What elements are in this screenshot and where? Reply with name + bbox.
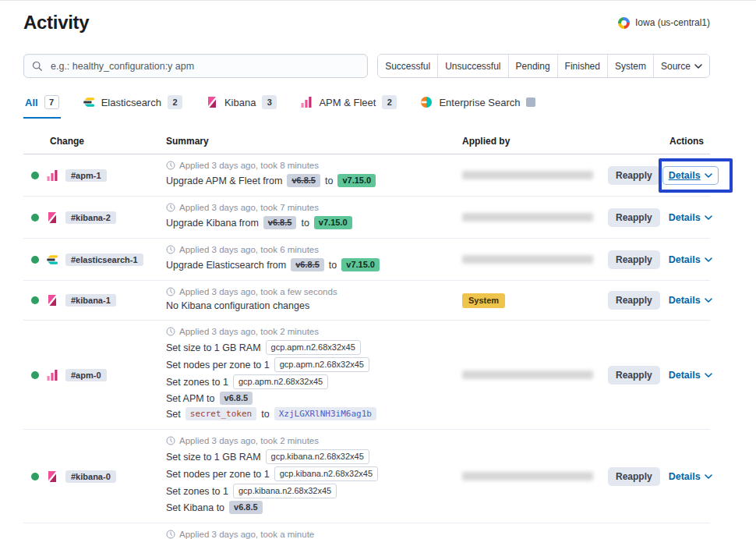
filter-button-system[interactable]: System	[608, 55, 654, 77]
reapply-button[interactable]: Reapply	[608, 250, 660, 269]
region-selector[interactable]: Iowa (us-central1)	[618, 17, 710, 29]
applied-by-cell	[456, 255, 608, 264]
clock-icon	[166, 245, 175, 254]
reapply-button[interactable]: Reapply	[608, 291, 660, 310]
actions-cell: ReapplyDetails	[608, 467, 719, 486]
tab-label: Elasticsearch	[101, 97, 161, 108]
details-wrap: Details	[669, 370, 712, 381]
table-header: Change Summary Applied by Actions	[23, 131, 710, 154]
filter-button-unsuccessful[interactable]: Unsuccessful	[438, 55, 508, 77]
activity-row: #kibana-1Applied 3 days ago, took a few …	[23, 281, 710, 321]
tab-all[interactable]: All7	[23, 95, 61, 119]
column-header-summary: Summary	[160, 136, 456, 147]
summary-badge: v7.15.0	[337, 174, 376, 187]
details-wrap: Details	[669, 295, 712, 306]
activity-page: Activity Iowa (us-central1) SuccessfulUn…	[23, 1, 710, 539]
summary-cell: Applied 3 days ago, took 2 minutesSet si…	[160, 321, 456, 429]
elasticsearch-icon	[46, 254, 58, 266]
summary-cell: Applied 3 days ago, took a minuteSet siz…	[160, 523, 456, 539]
chevron-down-icon	[705, 215, 712, 220]
change-cell: #apm-1	[23, 169, 160, 182]
applied-time-text: Applied 3 days ago, took 6 minutes	[179, 245, 319, 254]
summary-badge: gcp.kibana.n2.68x32x45	[274, 466, 378, 481]
activity-row: #elasticsearch-1Applied 3 days ago, took…	[23, 239, 710, 281]
filter-group: SuccessfulUnsuccessfulPendingFinishedSys…	[377, 54, 710, 78]
actions-cell: ReapplyDetails	[608, 208, 719, 227]
summary-text: Set	[166, 409, 181, 420]
summary-line: Set nodes per zone to 1gcp.apm.n2.68x32x…	[166, 357, 450, 372]
activity-row: #kibana-2Applied 3 days ago, took 7 minu…	[23, 197, 710, 239]
details-button[interactable]: Details	[663, 167, 718, 184]
change-id-badge: #kibana-1	[65, 294, 116, 307]
filter-label: Pending	[516, 61, 550, 72]
reapply-button[interactable]: Reapply	[608, 208, 660, 227]
details-label: Details	[669, 295, 701, 306]
status-dot	[31, 473, 39, 480]
clock-icon	[166, 530, 175, 539]
details-label: Details	[669, 170, 701, 181]
activity-row: #apm-1Applied 3 days ago, took 8 minutes…	[23, 154, 710, 197]
system-badge: System	[462, 293, 505, 308]
tab-count-badge: 2	[382, 95, 397, 109]
change-id-badge: #elasticsearch-1	[65, 254, 143, 266]
change-cell: #elasticsearch-1	[23, 254, 160, 266]
reapply-button[interactable]: Reapply	[608, 366, 660, 385]
activity-table: Change Summary Applied by Actions #apm-1…	[23, 131, 710, 539]
filter-button-pending[interactable]: Pending	[509, 55, 558, 77]
redacted-user	[462, 255, 593, 264]
details-wrap: Details	[669, 170, 712, 181]
change-cell: #kibana-2	[23, 211, 160, 224]
actions-cell: ReapplyDetails	[608, 250, 719, 269]
summary-badge: v7.15.0	[314, 216, 352, 229]
actions-cell: ReapplyDetails	[608, 166, 719, 185]
details-button[interactable]: Details	[669, 212, 712, 223]
reapply-button[interactable]: Reapply	[608, 467, 660, 486]
tab-label: All	[25, 97, 38, 108]
tab-kibana[interactable]: Kibana3	[204, 95, 278, 119]
summary-badge: gcp.apm.n2.68x32x45	[266, 340, 361, 355]
reapply-button[interactable]: Reapply	[608, 166, 660, 185]
activity-row: #kibana-0Applied 3 days ago, took 2 minu…	[23, 430, 710, 523]
details-button[interactable]: Details	[669, 295, 712, 306]
applied-by-cell: System	[456, 293, 608, 308]
filter-button-finished[interactable]: Finished	[558, 55, 608, 77]
search-input[interactable]	[49, 60, 359, 73]
tab-apm-fleet[interactable]: APM & Fleet2	[299, 95, 398, 119]
summary-text: Set size to 1 GB RAM	[166, 342, 261, 353]
chevron-down-icon	[694, 64, 702, 69]
details-button[interactable]: Details	[669, 471, 712, 482]
chevron-down-icon	[705, 474, 712, 479]
change-id-badge: #apm-1	[65, 169, 107, 182]
applied-time: Applied 3 days ago, took 6 minutes	[166, 245, 450, 254]
apm-icon	[46, 369, 58, 381]
actions-cell: ReapplyDetails	[608, 291, 719, 310]
summary-badge: gcp.apm.n2.68x32x45	[274, 357, 369, 372]
filter-label: Unsuccessful	[445, 61, 500, 72]
summary-badge: v6.8.5	[229, 501, 263, 514]
summary-line: Set APM tov6.8.5	[166, 392, 450, 405]
filter-button-source[interactable]: Source	[654, 55, 709, 77]
status-dot	[31, 214, 39, 222]
applied-by-cell	[456, 171, 608, 179]
redacted-user	[462, 371, 593, 379]
summary-line: Set nodes per zone to 1gcp.kibana.n2.68x…	[166, 466, 450, 481]
summary-text: Upgrade Kibana from	[166, 218, 259, 229]
tab-label: Kibana	[224, 97, 256, 108]
summary-line: No Kibana configuration changes	[166, 300, 450, 311]
details-button[interactable]: Details	[669, 254, 712, 265]
tab-count-badge: 7	[44, 95, 59, 109]
status-dot	[31, 256, 39, 264]
clock-icon	[166, 203, 175, 212]
tab-label: Enterprise Search	[439, 97, 520, 108]
details-button[interactable]: Details	[669, 370, 712, 381]
search-box[interactable]	[23, 54, 368, 78]
apm-icon	[46, 169, 58, 182]
filter-button-successful[interactable]: Successful	[378, 55, 438, 77]
kibana-icon	[206, 96, 218, 108]
status-dot	[31, 371, 39, 379]
clock-icon	[166, 436, 175, 445]
region-label: Iowa (us-central1)	[635, 17, 710, 28]
column-header-applied-by: Applied by	[456, 136, 608, 147]
tab-enterprise-search[interactable]: Enterprise Search	[419, 95, 537, 119]
tab-elasticsearch[interactable]: Elasticsearch2	[81, 95, 184, 119]
